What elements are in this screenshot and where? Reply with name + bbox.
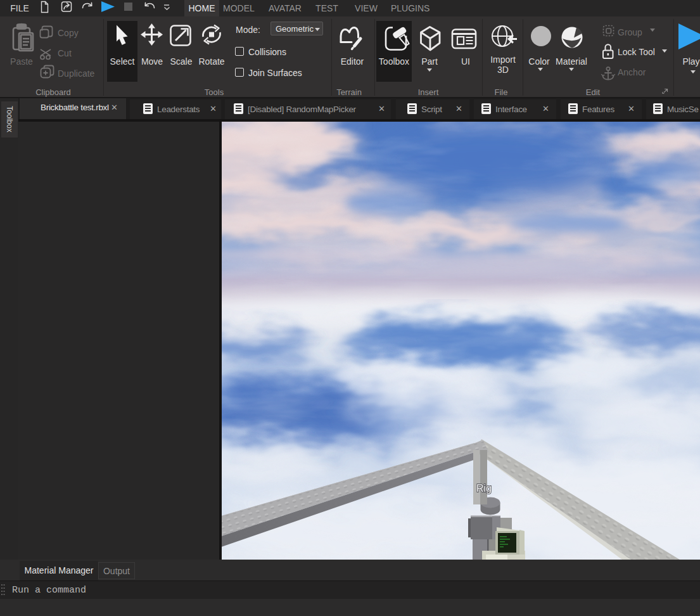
svg-text:Rig: Rig <box>476 483 492 494</box>
